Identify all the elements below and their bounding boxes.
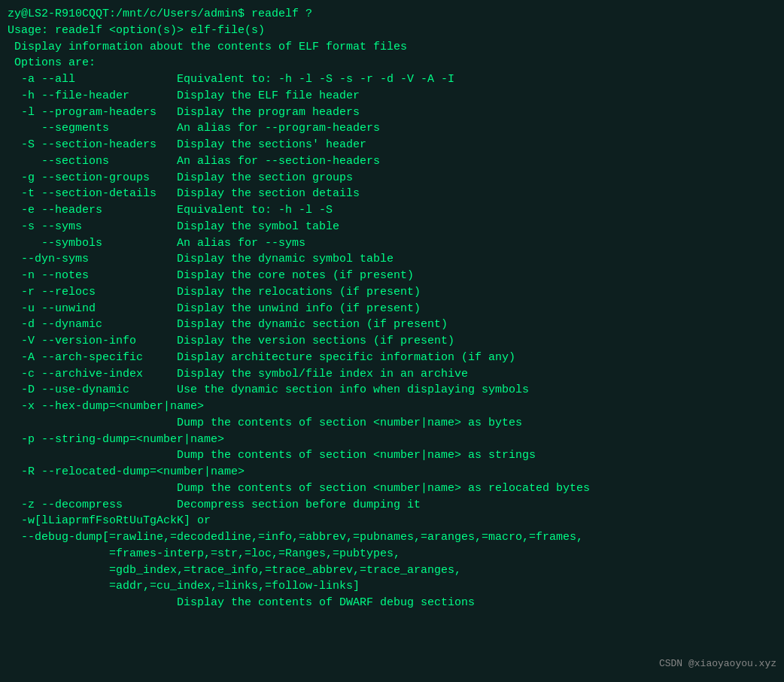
terminal-line: -c --archive-index Display the symbol/fi… xyxy=(8,366,776,383)
terminal-line: -d --dynamic Display the dynamic section… xyxy=(8,317,776,333)
terminal-line: -D --use-dynamic Use the dynamic section… xyxy=(8,382,776,399)
terminal-line: -h --file-header Display the ELF file he… xyxy=(8,88,776,105)
terminal-line: -S --section-headers Display the section… xyxy=(8,137,776,153)
watermark-text: CSDN @xiaoyaoyou.xyz xyxy=(659,657,776,671)
terminal-line: --sections An alias for --section-header… xyxy=(8,153,776,170)
terminal-line: Dump the contents of section <number|nam… xyxy=(8,480,776,497)
terminal-line: =frames-interp,=str,=loc,=Ranges,=pubtyp… xyxy=(8,546,776,562)
terminal-line: =gdb_index,=trace_info,=trace_abbrev,=tr… xyxy=(8,562,776,579)
terminal-line: --symbols An alias for --syms xyxy=(8,235,776,252)
terminal-line: -R --relocated-dump=<number|name> xyxy=(8,464,776,480)
terminal-line: -z --decompress Decompress section befor… xyxy=(8,497,776,514)
terminal-line: Options are: xyxy=(8,55,776,71)
terminal-line: -s --syms Display the symbol table xyxy=(8,219,776,235)
terminal-line: -u --unwind Display the unwind info (if … xyxy=(8,301,776,317)
terminal-line: Dump the contents of section <number|nam… xyxy=(8,447,776,464)
terminal-line: =addr,=cu_index,=links,=follow-links] xyxy=(8,578,776,595)
terminal-line: -x --hex-dump=<number|name> xyxy=(8,399,776,415)
terminal-line: -e --headers Equivalent to: -h -l -S xyxy=(8,202,776,219)
terminal-line: --debug-dump[=rawline,=decodedline,=info… xyxy=(8,529,776,546)
terminal-line: -g --section-groups Display the section … xyxy=(8,170,776,186)
terminal-line: Display the contents of DWARF debug sect… xyxy=(8,595,776,611)
terminal-line: --segments An alias for --program-header… xyxy=(8,120,776,137)
terminal-line: zy@LS2-R910CQQT:/mnt/c/Users/admin$ read… xyxy=(8,6,776,23)
terminal-line: -n --notes Display the core notes (if pr… xyxy=(8,268,776,284)
terminal-line: -l --program-headers Display the program… xyxy=(8,105,776,121)
terminal-line: -r --relocs Display the relocations (if … xyxy=(8,284,776,301)
terminal-line: Usage: readelf <option(s)> elf-file(s) xyxy=(8,23,776,39)
terminal-window: zy@LS2-R910CQQT:/mnt/c/Users/admin$ read… xyxy=(0,0,784,682)
terminal-line: -A --arch-specific Display architecture … xyxy=(8,350,776,366)
terminal-line: -t --section-details Display the section… xyxy=(8,186,776,202)
terminal-line: -a --all Equivalent to: -h -l -S -s -r -… xyxy=(8,71,776,88)
terminal-line: -p --string-dump=<number|name> xyxy=(8,432,776,448)
terminal-line: -V --version-info Display the version se… xyxy=(8,333,776,350)
terminal-line: Display information about the contents o… xyxy=(8,39,776,56)
terminal-line: Dump the contents of section <number|nam… xyxy=(8,415,776,432)
terminal-line: -w[lLiaprmfFsoRtUuTgAckK] or xyxy=(8,513,776,529)
terminal-line: --dyn-syms Display the dynamic symbol ta… xyxy=(8,251,776,268)
